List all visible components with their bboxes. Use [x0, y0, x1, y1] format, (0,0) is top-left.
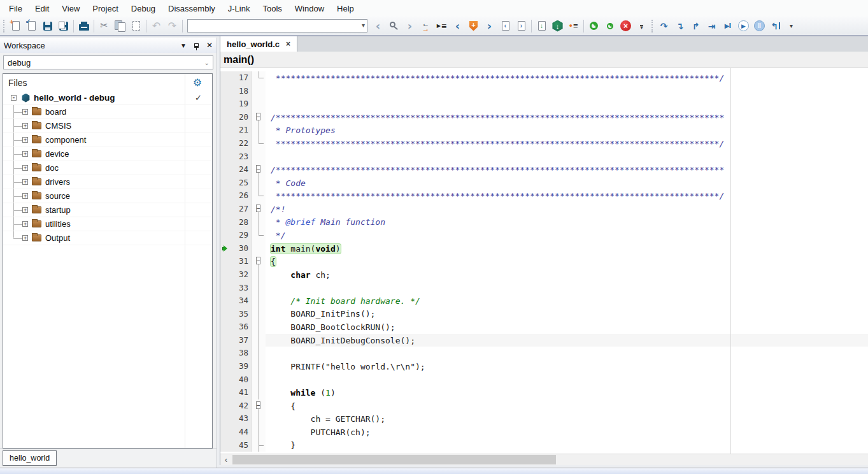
current-pc-arrow-icon[interactable] [220, 242, 231, 255]
code-editor[interactable]: 17 *************************************… [220, 68, 868, 454]
breakpoint-margin[interactable] [220, 97, 231, 111]
breakpoint-margin[interactable] [220, 347, 231, 360]
expand-icon[interactable]: + [22, 207, 28, 213]
line-number[interactable]: 33 [231, 282, 252, 295]
fold-collapse-icon[interactable]: − [252, 163, 266, 176]
scrollbar-thumb[interactable] [232, 455, 556, 464]
pause-button[interactable]: ‖ [751, 18, 767, 34]
step-into-button[interactable]: ↴ [672, 18, 688, 34]
expand-icon[interactable]: + [22, 137, 28, 143]
save-all-button[interactable] [55, 18, 71, 34]
fold-collapse-icon[interactable]: − [252, 399, 266, 413]
breakpoint-margin[interactable] [220, 320, 231, 334]
attach-to-running-button[interactable]: ●≡ [566, 18, 581, 34]
line-number[interactable]: 45 [231, 439, 252, 452]
menu-project[interactable]: Project [86, 1, 124, 16]
line-number[interactable]: 40 [231, 373, 252, 387]
tree-item-project[interactable]: -hello_world - debug✓ [3, 91, 212, 105]
expand-icon[interactable]: + [22, 109, 28, 115]
expand-icon[interactable]: + [22, 193, 28, 199]
expand-icon[interactable]: + [22, 221, 28, 227]
undo-button[interactable]: ↶ [148, 18, 164, 34]
fold-collapse-icon[interactable]: − [252, 203, 266, 216]
download-and-debug-button[interactable]: ↓ [550, 18, 566, 34]
workspace-close-icon[interactable]: ✕ [206, 41, 213, 50]
close-icon[interactable]: × [286, 40, 290, 48]
find-button[interactable] [386, 18, 402, 34]
line-number[interactable]: 44 [231, 426, 252, 439]
breakpoint-margin[interactable] [220, 308, 231, 321]
tree-item-cmsis[interactable]: +CMSIS [3, 119, 212, 133]
workspace-menu-icon[interactable]: ▼ [180, 42, 187, 49]
cut-button[interactable]: ✂ [96, 18, 112, 34]
breakpoint-margin[interactable] [220, 268, 231, 282]
breakpoint-margin[interactable] [220, 124, 231, 137]
menu-help[interactable]: Help [331, 1, 360, 16]
breakpoint-margin[interactable] [220, 282, 231, 295]
restart-debugger-button[interactable] [602, 18, 618, 34]
collapse-icon[interactable]: - [11, 95, 17, 101]
breakpoint-margin[interactable] [220, 255, 231, 268]
gear-icon[interactable]: ⚙ [193, 76, 202, 89]
expand-icon[interactable]: + [22, 165, 28, 171]
tree-item-source[interactable]: +source [3, 189, 212, 203]
nav-forward-button[interactable]: › [402, 18, 418, 34]
menu-window[interactable]: Window [288, 1, 331, 16]
expand-icon[interactable]: + [22, 235, 28, 241]
breakpoint-margin[interactable] [220, 294, 231, 308]
breakpoint-margin[interactable] [220, 334, 231, 347]
download-button[interactable]: ↓ [534, 18, 550, 34]
line-number[interactable]: 42 [231, 399, 252, 413]
function-selector-bar[interactable]: main() [220, 52, 868, 68]
line-number[interactable]: 19 [231, 97, 252, 111]
line-number[interactable]: 31 [231, 255, 252, 268]
open-file-button[interactable]: ↙ [24, 18, 39, 34]
workspace-pin-icon[interactable] [194, 43, 199, 48]
breakpoint-margin[interactable] [220, 163, 231, 176]
break-button[interactable]: × [618, 18, 634, 34]
breakpoint-margin[interactable] [220, 216, 231, 229]
scroll-left-arrow-icon[interactable]: ‹ [220, 454, 232, 465]
breakpoint-margin[interactable] [220, 203, 231, 216]
step-over-button[interactable]: ↷ [656, 18, 672, 34]
chevron-down-icon[interactable]: ▾ [362, 22, 365, 29]
line-number[interactable]: 23 [231, 150, 252, 164]
print-button[interactable] [76, 18, 92, 34]
menu-view[interactable]: View [55, 1, 86, 16]
breakpoint-margin[interactable] [220, 386, 231, 399]
goto-function-button[interactable]: ▶≡ [434, 18, 450, 34]
tree-item-board[interactable]: +board [3, 105, 212, 119]
stop-debugging-button[interactable]: ↰ [767, 18, 783, 34]
copy-button[interactable] [112, 18, 128, 34]
expand-icon[interactable]: + [22, 151, 28, 157]
line-number[interactable]: 43 [231, 412, 252, 426]
fold-collapse-icon[interactable]: − [252, 255, 266, 268]
breakpoint-margin[interactable] [220, 412, 231, 426]
expand-icon[interactable]: + [22, 123, 28, 129]
menu-debug[interactable]: Debug [125, 1, 162, 16]
line-number[interactable]: 29 [231, 229, 252, 242]
breakpoint-margin[interactable] [220, 360, 231, 373]
line-number[interactable]: 34 [231, 294, 252, 308]
line-number[interactable]: 25 [231, 176, 252, 190]
debug-menu-button[interactable]: ▾ [783, 18, 799, 34]
breakpoint-margin[interactable] [220, 85, 231, 98]
line-number[interactable]: 32 [231, 268, 252, 282]
line-number[interactable]: 38 [231, 347, 252, 360]
menu-edit[interactable]: Edit [29, 1, 55, 16]
quick-search-combo[interactable]: ▾ [187, 19, 367, 32]
breakpoint-margin[interactable] [220, 111, 231, 124]
breakpoint-margin[interactable] [220, 399, 231, 413]
breakpoint-margin[interactable] [220, 229, 231, 242]
prev-bookmark-button[interactable]: ‹ [450, 18, 466, 34]
line-number[interactable]: 21 [231, 124, 252, 137]
line-number[interactable]: 22 [231, 137, 252, 150]
breakpoint-margin[interactable] [220, 373, 231, 387]
line-number[interactable]: 20 [231, 111, 252, 124]
editor-tab-hello-world-c[interactable]: hello_world.c × [220, 36, 297, 52]
breakpoint-margin[interactable] [220, 150, 231, 164]
line-number[interactable]: 27 [231, 203, 252, 216]
tree-item-device[interactable]: +device [3, 147, 212, 161]
line-number[interactable]: 41 [231, 386, 252, 399]
step-out-button[interactable]: ↱ [688, 18, 704, 34]
